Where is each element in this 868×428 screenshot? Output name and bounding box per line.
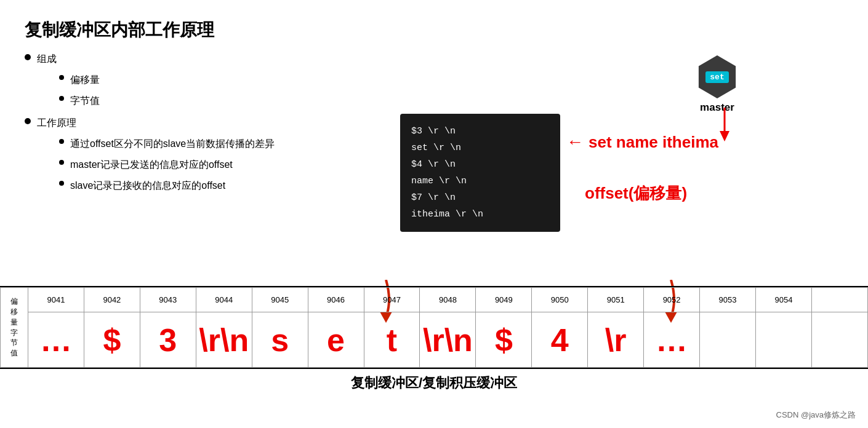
set-badge: set xyxy=(705,71,728,83)
dcell-ellipsis-left: … xyxy=(28,312,84,368)
list-item-byte: 字节值 xyxy=(59,91,100,111)
sub-dot-p2 xyxy=(59,160,64,165)
dcell-t: t xyxy=(364,312,420,368)
hcell-9052: 9052 xyxy=(644,288,700,312)
bullet-dot-working xyxy=(25,118,31,124)
hexagon-shape: set xyxy=(696,55,739,98)
list-item-sub2: 通过offset区分不同的slave当前数据传播的差异 master记录已发送的… xyxy=(42,134,382,197)
dcell-ellipsis-right: … xyxy=(644,312,700,368)
terminal-line-3: $4 \r \n xyxy=(411,156,549,173)
list-item-sub: 偏移量 字节值 xyxy=(42,70,382,112)
buffer-table-container: 偏 移 量 字 节 值 9041 9042 9043 9044 xyxy=(0,286,868,369)
dcell-s: s xyxy=(252,312,308,368)
hcell-empty xyxy=(811,288,867,312)
sub-list-composition: 偏移量 字节值 xyxy=(59,70,100,112)
terminal-line-1: $3 \r \n xyxy=(411,123,549,140)
list-item-working: 工作原理 xyxy=(25,113,382,133)
hcell-9053: 9053 xyxy=(700,288,756,312)
hcell-9041: 9041 xyxy=(28,288,84,312)
csdn-watermark: CSDN @java修炼之路 xyxy=(776,410,856,421)
page-title: 复制缓冲区内部工作原理 xyxy=(25,18,843,42)
list-item-p2: master记录已发送的信息对应的offset xyxy=(59,155,275,175)
hcell-9043: 9043 xyxy=(140,288,196,312)
vert-text-label: 偏 移 量 字 节 值 xyxy=(2,296,26,359)
sub-dot xyxy=(59,75,64,80)
hcell-9045: 9045 xyxy=(252,288,308,312)
hcell-9049: 9049 xyxy=(476,288,532,312)
terminal-line-6: itheima \r \n xyxy=(411,206,549,223)
list-item-p3: slave记录已接收的信息对应的offset xyxy=(59,176,275,196)
dcell-r-only: \r xyxy=(588,312,644,368)
dcell-rn2: \r\n xyxy=(420,312,476,368)
hcell-9044: 9044 xyxy=(196,288,252,312)
dcell-rn1: \r\n xyxy=(196,312,252,368)
bullet-dot xyxy=(25,54,31,60)
terminal-box: $3 \r \n set \r \n $4 \r \n name \r \n $… xyxy=(400,114,560,232)
offset-annotation-label: offset(偏移量) xyxy=(585,183,837,204)
data-row: … $ 3 \r\n s e t \r\n $ 4 \r … xyxy=(1,312,868,368)
dcell-3: 3 xyxy=(140,312,196,368)
hcell-9048: 9048 xyxy=(420,288,476,312)
dcell-empty2 xyxy=(755,312,811,368)
dcell-4: 4 xyxy=(532,312,588,368)
dcell-empty3 xyxy=(811,312,867,368)
header-row: 偏 移 量 字 节 值 9041 9042 9043 9044 xyxy=(1,288,868,312)
annotation-area: ← set name itheima offset(偏移量) xyxy=(566,132,837,204)
dcell-e: e xyxy=(308,312,364,368)
left-content: 组成 偏移量 字节值 工作原理 xyxy=(25,49,382,198)
list-item-offset: 偏移量 xyxy=(59,70,100,90)
hcell-9047: 9047 xyxy=(364,288,420,312)
dcell-dollar: $ xyxy=(84,312,140,368)
set-name-annotation: ← set name itheima xyxy=(566,132,837,152)
sub-dot-p1 xyxy=(59,139,64,144)
sub-dot-p3 xyxy=(59,181,64,186)
arrow-left-icon: ← xyxy=(566,132,584,152)
page-container: 复制缓冲区内部工作原理 组成 偏移量 字节值 xyxy=(0,0,868,428)
sub-dot-byte xyxy=(59,96,64,101)
terminal-line-4: name \r \n xyxy=(411,173,549,189)
hcell-9054: 9054 xyxy=(755,288,811,312)
master-container: set master xyxy=(696,55,739,114)
bottom-section: 偏 移 量 字 节 值 9041 9042 9043 9044 xyxy=(0,286,868,397)
terminal-line-5: $7 \r \n xyxy=(411,189,549,206)
bullet-list: 组成 偏移量 字节值 工作原理 xyxy=(25,49,382,197)
dcell-empty1 xyxy=(700,312,756,368)
bottom-label: 复制缓冲区/复制积压缓冲区 xyxy=(0,369,868,397)
buffer-table: 偏 移 量 字 节 值 9041 9042 9043 9044 xyxy=(0,287,868,368)
list-item-composition: 组成 xyxy=(25,49,382,69)
hcell-9046: 9046 xyxy=(308,288,364,312)
terminal-line-2: set \r \n xyxy=(411,140,549,156)
list-item-p1: 通过offset区分不同的slave当前数据传播的差异 xyxy=(59,134,275,154)
row-label-cell: 偏 移 量 字 节 值 xyxy=(1,288,28,368)
hexagon: set xyxy=(696,55,739,98)
hcell-9051: 9051 xyxy=(588,288,644,312)
sub-list-working: 通过offset区分不同的slave当前数据传播的差异 master记录已发送的… xyxy=(59,134,275,197)
hcell-9042: 9042 xyxy=(84,288,140,312)
dcell-dollar2: $ xyxy=(476,312,532,368)
hcell-9050: 9050 xyxy=(532,288,588,312)
set-name-label: set name itheima xyxy=(589,133,718,152)
